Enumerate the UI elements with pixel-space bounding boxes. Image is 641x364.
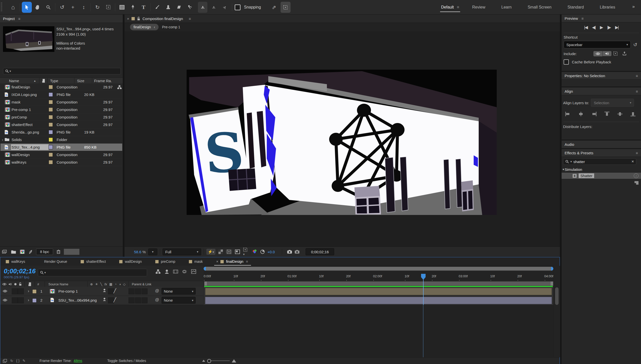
shortcut-dropdown[interactable]: Spacebar▾	[564, 41, 631, 48]
comp-viewer[interactable]: S	[187, 70, 497, 215]
zoom-slider-thumb[interactable]	[207, 359, 211, 363]
audio-column-icon[interactable]	[8, 283, 12, 286]
timeline-tab[interactable]: Render Queue	[33, 257, 75, 266]
column-framerate[interactable]: Frame Ra...	[94, 79, 112, 83]
layer-row[interactable]: › 1 Pre-comp 1 ╱ @ None▾	[0, 287, 203, 296]
footage-thumbnail[interactable]	[3, 26, 54, 52]
project-item-row[interactable]: › finalDesign Composition 29.97	[1, 83, 122, 91]
expressions-icon[interactable]: { }	[16, 359, 20, 363]
threed-switch-icon[interactable]: ◇	[123, 282, 125, 286]
project-search-input[interactable]: ▾	[3, 68, 121, 74]
sort-ascending-icon[interactable]: ▲	[34, 79, 36, 82]
project-flowchart-icon[interactable]	[29, 250, 33, 254]
reset-shortcut-icon[interactable]: ↺	[633, 42, 637, 48]
layer-visibility-icon[interactable]	[3, 299, 7, 302]
toolbar-grip[interactable]	[1, 3, 2, 12]
properties-menu-icon[interactable]: ≡	[636, 74, 638, 78]
exposure-icon[interactable]	[260, 250, 265, 254]
timeline-tab[interactable]: mask	[183, 257, 211, 266]
timeline-tab[interactable]: wallDesign	[114, 257, 150, 266]
rectangle-tool[interactable]	[117, 2, 127, 13]
label-column-icon[interactable]	[42, 79, 45, 83]
parent-link-column[interactable]: Parent & Link	[132, 282, 151, 286]
dolly-camera-tool[interactable]: ↕	[79, 2, 89, 13]
timeline-scrollbar-thumb[interactable]	[555, 287, 559, 305]
close-tab-icon[interactable]: ×	[216, 260, 218, 264]
color-depth-button[interactable]: 8 bpc	[36, 249, 53, 255]
column-name[interactable]: Name	[9, 79, 19, 83]
include-overlays-button[interactable]	[611, 51, 619, 56]
project-item-row[interactable]: › Sherida...go.png PNG file 19 KB	[1, 129, 122, 136]
layer-bar-png[interactable]	[205, 297, 552, 304]
snap-feature-icon[interactable]	[281, 2, 291, 13]
region-of-interest-icon[interactable]	[226, 249, 232, 254]
align-vertical-center-button[interactable]	[616, 111, 624, 117]
project-item-row[interactable]: › Pre-comp 1 Composition 29.97	[1, 106, 122, 113]
parent-dropdown[interactable]: None▾	[162, 297, 196, 304]
effect-item-shatter[interactable]: 8 Shatter i	[562, 172, 641, 179]
new-folder-icon[interactable]	[11, 250, 16, 254]
render-order-icon[interactable]: ↻	[10, 359, 13, 363]
project-item-row[interactable]: › IXDA Logo.png PNG file 20 KB	[1, 91, 122, 98]
project-item-row[interactable]: › Solids Folder	[1, 136, 122, 144]
parent-pickwhip-icon[interactable]: @	[155, 289, 159, 293]
workspace-tab[interactable]: Libraries	[600, 5, 618, 10]
effects-category-simulation[interactable]: ▾ Simulation	[562, 166, 641, 172]
include-audio-button[interactable]	[603, 51, 611, 56]
time-ruler[interactable]: 0:00f10f20f01:00f10f20f02:00f10f20f03:00…	[204, 271, 553, 281]
layer-label-swatch[interactable]	[32, 298, 37, 303]
roto-brush-tool[interactable]	[185, 2, 195, 13]
parent-pickwhip-icon[interactable]: @	[155, 298, 159, 302]
workspace-tab[interactable]: Default≡	[441, 5, 459, 10]
workspace-tab[interactable]: Learn	[501, 5, 515, 10]
view-axis-mode[interactable]	[220, 2, 229, 13]
next-frame-button[interactable]: |▶	[607, 25, 611, 30]
layer-source-name[interactable]: Pre-comp 1	[58, 289, 78, 293]
layer-row[interactable]: › 2 SSU_Tex...06x994.png ╱ @ None▾	[0, 296, 203, 305]
effects-menu-icon[interactable]: ≡	[636, 151, 638, 155]
comp-timecode[interactable]: 0;00;02;16	[306, 248, 334, 255]
snap-edge-icon[interactable]: ⇗	[269, 2, 279, 13]
quality-switch-icon[interactable]: ╲	[100, 282, 102, 286]
local-axis-mode[interactable]	[198, 2, 207, 13]
layer-shy-icon[interactable]	[102, 297, 106, 301]
workspace-menu-icon[interactable]: ≡	[457, 5, 459, 9]
motion-blur-icon[interactable]	[182, 269, 187, 274]
lock-open-icon[interactable]	[137, 17, 140, 21]
project-item-row[interactable]: › mask Composition 29.97	[1, 98, 122, 106]
pen-tool[interactable]	[128, 2, 138, 13]
timeline-zoom-bar[interactable]	[204, 267, 553, 271]
footage-filename[interactable]: SSU_Tex...994.png	[56, 27, 89, 31]
brush-tool[interactable]	[152, 2, 162, 13]
composition-tab[interactable]: × Composition finalDesign ≡	[124, 15, 560, 23]
collapse-switch-icon[interactable]: ☀	[95, 282, 98, 286]
resolution-dropdown[interactable]: Full▾	[163, 249, 201, 255]
frame-blend-switch-icon[interactable]: ▦	[109, 282, 112, 286]
layer-quality-icon[interactable]: ╱	[113, 288, 116, 294]
align-menu-icon[interactable]: ≡	[636, 89, 638, 93]
interpret-footage-icon[interactable]	[2, 250, 8, 254]
frame-blend-icon[interactable]	[173, 269, 178, 274]
panel-corner-icon[interactable]	[634, 181, 638, 185]
audio-title[interactable]: Audio	[565, 142, 574, 147]
pan-behind-tool[interactable]	[103, 2, 113, 13]
layer-source-name[interactable]: SSU_Tex...06x994.png	[58, 298, 97, 302]
mask-visibility-icon[interactable]	[235, 250, 240, 254]
composition-tab-title[interactable]: Composition finalDesign	[143, 17, 183, 21]
zoom-bar-left-handle[interactable]	[204, 267, 206, 271]
channel-icon[interactable]	[253, 250, 258, 254]
delete-item-icon[interactable]	[57, 250, 60, 254]
timeline-tab[interactable]: × finalDesign ≡	[211, 257, 253, 266]
effect-name[interactable]: Shatter	[579, 173, 594, 178]
workspace-tab[interactable]: Small Screen	[528, 5, 554, 10]
adjustment-switch-icon[interactable]: ◑	[119, 282, 121, 286]
breadcrumb-back-icon[interactable]: ‹	[154, 25, 155, 29]
column-type[interactable]: Type	[50, 79, 58, 83]
current-timecode[interactable]: 0;00;02;16	[4, 267, 36, 275]
comp-mini-flowchart-icon[interactable]	[156, 269, 161, 274]
marker-icon[interactable]: ✎	[23, 359, 26, 363]
orbit-camera-tool[interactable]: ↺	[57, 2, 67, 13]
zoom-out-mountain-icon[interactable]	[202, 360, 205, 362]
parent-dropdown[interactable]: None▾	[162, 288, 196, 295]
motion-blur-switch-icon[interactable]: ◔	[115, 282, 117, 286]
